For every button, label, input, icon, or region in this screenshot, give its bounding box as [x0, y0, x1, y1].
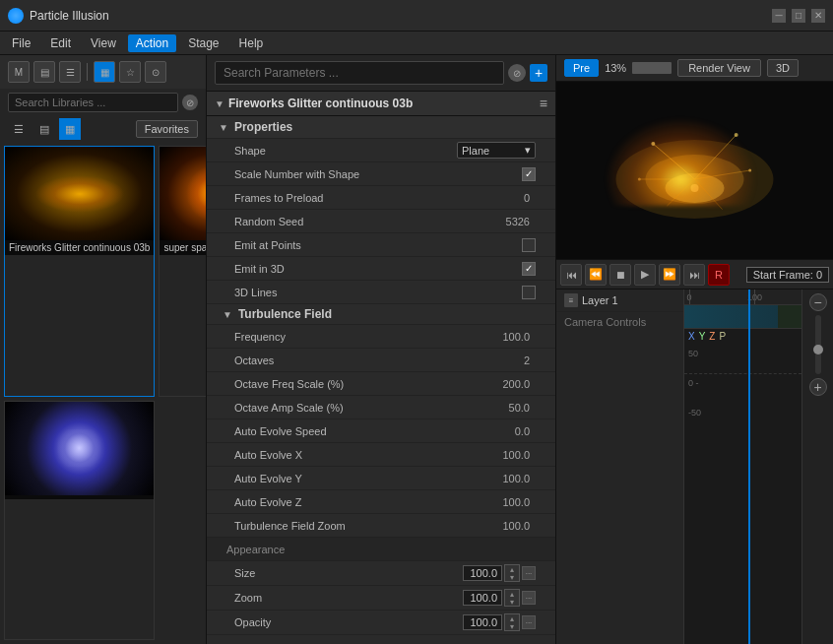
opacity-dots-btn[interactable]: ···: [522, 615, 536, 629]
timeline-track[interactable]: 0 100 X Y: [684, 290, 801, 644]
zoom-down[interactable]: ▾: [505, 598, 519, 606]
menu-file[interactable]: File: [4, 34, 38, 52]
view-btn-filmstrip[interactable]: ▤: [33, 61, 55, 83]
fireworks-glow-effect: [5, 147, 154, 240]
start-frame-label: Start Frame: 0: [746, 267, 829, 283]
lib-thumb-fireworks: [5, 147, 154, 240]
large-grid-tab[interactable]: ▦: [59, 118, 81, 140]
zoom-dots-icon: ···: [526, 594, 533, 603]
section-properties[interactable]: ▼ Properties: [207, 116, 555, 139]
zoom-controls: − +: [809, 293, 827, 396]
shape-select[interactable]: Plane ▾: [457, 142, 536, 159]
svg-point-0: [616, 140, 774, 219]
params-list: ▼ Properties Shape Plane ▾ Scale Number …: [207, 116, 555, 644]
search-params-add[interactable]: +: [530, 64, 547, 82]
lib-thumb-sparkle: [160, 147, 206, 240]
opacity-arrows[interactable]: ▴ ▾: [504, 613, 520, 631]
preview-fireworks-display: [556, 82, 833, 259]
param-auto-evolve-y: Auto Evolve Y 100.0: [207, 467, 555, 490]
zoom-value[interactable]: 100.0: [463, 590, 502, 606]
library-item-fireworks[interactable]: Fireworks Glitter continuous 03b: [4, 146, 155, 397]
favorites-button[interactable]: Favorites: [136, 120, 198, 138]
zoom-thumb[interactable]: [813, 345, 823, 354]
view-btn-grid[interactable]: ▦: [94, 61, 115, 83]
opacity-down[interactable]: ▾: [505, 622, 519, 630]
small-grid-tab[interactable]: ▤: [33, 118, 55, 140]
3d-lines-checkbox[interactable]: [522, 286, 536, 299]
param-turbulence-zoom-label: Turbulence Field Zoom: [234, 520, 490, 532]
search-libraries-cancel[interactable]: ⊘: [182, 95, 198, 110]
size-value[interactable]: 100.0: [463, 565, 502, 581]
minimize-button[interactable]: ─: [772, 9, 786, 23]
view-btn-list[interactable]: ☰: [59, 61, 81, 83]
size-arrows[interactable]: ▴ ▾: [504, 564, 520, 582]
menu-action[interactable]: Action: [128, 34, 176, 52]
preview-pre-btn[interactable]: Pre: [564, 59, 599, 77]
zoom-dots-btn[interactable]: ···: [522, 591, 536, 605]
size-down[interactable]: ▾: [505, 573, 519, 581]
transport-record[interactable]: R: [708, 264, 730, 286]
menu-view[interactable]: View: [83, 34, 124, 52]
layer-item-1[interactable]: ≡ Layer 1: [556, 290, 683, 312]
emit-in-3d-checkbox[interactable]: [522, 262, 536, 276]
properties-label: Properties: [234, 120, 292, 134]
transport-rewind[interactable]: ⏪: [585, 264, 607, 286]
param-octaves-value: 2: [490, 354, 530, 366]
emitter-collapse-btn[interactable]: ▼: [215, 98, 224, 109]
zoom-plus-btn[interactable]: +: [809, 378, 827, 396]
search-parameters-input[interactable]: [215, 61, 504, 85]
section-appearance-header: Appearance: [207, 538, 555, 561]
library-item-sparkle[interactable]: super sparkle burst 02: [159, 146, 206, 397]
param-random-seed: Random Seed 5326: [207, 210, 555, 233]
xyz-graph: X Y Z P 50 0 - -50: [684, 329, 801, 408]
menu-stage[interactable]: Stage: [180, 34, 226, 52]
close-button[interactable]: ✕: [811, 9, 825, 23]
three-d-button[interactable]: 3D: [767, 59, 799, 77]
svg-point-11: [748, 169, 751, 172]
search-params-cancel[interactable]: ⊘: [508, 64, 526, 82]
search-libs-container: ⊘: [0, 89, 206, 116]
scale-number-checkbox[interactable]: [522, 167, 536, 181]
side-controls: − +: [801, 290, 833, 644]
render-view-button[interactable]: Render View: [677, 59, 761, 77]
list-view-tab[interactable]: ☰: [8, 118, 30, 140]
emitter-menu-btn[interactable]: ≡: [540, 96, 547, 111]
maximize-button[interactable]: □: [792, 9, 805, 23]
transport-ff[interactable]: ⏩: [659, 264, 680, 286]
param-search-bar: ⊘ +: [207, 55, 555, 92]
zoom-minus-btn[interactable]: −: [809, 293, 827, 311]
view-btn-star[interactable]: ☆: [119, 61, 141, 83]
shape-value: Plane: [462, 145, 489, 157]
view-btn-m[interactable]: M: [8, 61, 30, 83]
emitter-header: ▼ Fireworks Glitter continuous 03b ≡: [207, 92, 555, 116]
param-random-seed-label: Random Seed: [234, 216, 490, 227]
section-turbulence[interactable]: ▼ Turbulence Field: [207, 304, 555, 325]
param-opacity-label: Opacity: [234, 616, 463, 628]
view-btn-camera[interactable]: ⊙: [145, 61, 166, 83]
emit-at-points-checkbox[interactable]: [522, 238, 536, 252]
svg-point-2: [666, 173, 725, 203]
turbulence-collapse-icon: ▼: [223, 309, 232, 320]
transport-stop[interactable]: ⏹: [609, 264, 631, 286]
playhead[interactable]: [748, 290, 750, 644]
transport-play[interactable]: ▶: [634, 264, 656, 286]
y-val-minus50: -50: [688, 408, 701, 418]
library-item-star[interactable]: [4, 401, 155, 641]
param-auto-evolve-speed-value: 0.0: [490, 425, 530, 437]
menu-edit[interactable]: Edit: [42, 34, 79, 52]
zoom-arrows[interactable]: ▴ ▾: [504, 589, 520, 607]
param-auto-evolve-x-value: 100.0: [490, 449, 530, 461]
search-libraries-input[interactable]: [8, 93, 178, 112]
preview-progress-bar: [632, 62, 672, 74]
lib-thumb-star: [5, 402, 154, 495]
view-tabs: ☰ ▤ ▦ Favorites: [0, 116, 206, 142]
transport-skip-fwd[interactable]: ⏭: [683, 264, 705, 286]
size-dots-btn[interactable]: ···: [522, 566, 536, 580]
layer-list: ≡ Layer 1 Camera Controls: [556, 290, 684, 644]
y-label: Y: [699, 331, 706, 342]
menu-help[interactable]: Help: [231, 34, 272, 52]
preview-canvas[interactable]: [556, 82, 833, 259]
param-size-label: Size: [234, 567, 463, 579]
opacity-value[interactable]: 100.0: [463, 614, 502, 630]
transport-skip-back[interactable]: ⏮: [560, 264, 582, 286]
